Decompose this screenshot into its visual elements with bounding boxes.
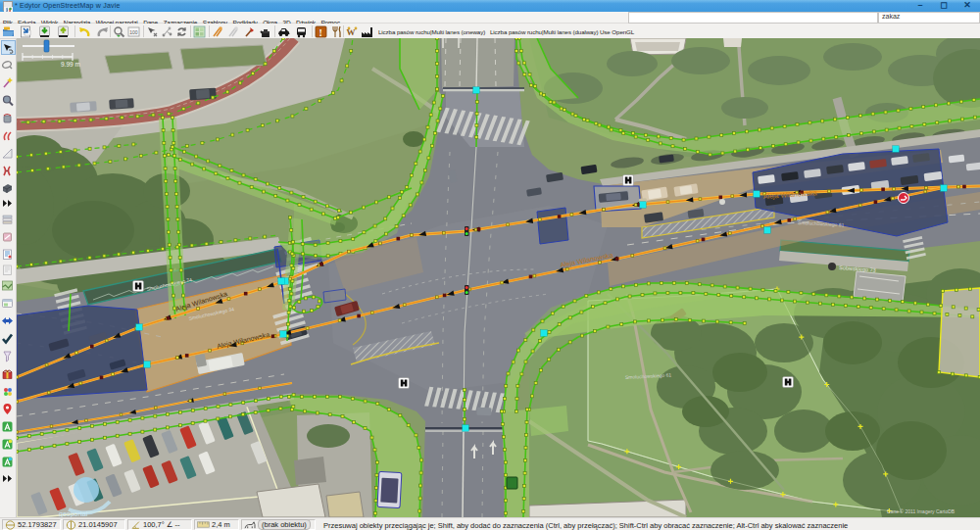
svg-text:geoportal: geoportal: [59, 510, 88, 517]
svg-text:100: 100: [129, 29, 138, 35]
svg-text:Dane © 2011 Imagery CartoDB: Dane © 2011 Imagery CartoDB: [887, 508, 956, 514]
svg-text:9.99 m: 9.99 m: [61, 61, 80, 68]
svg-text:!: !: [319, 27, 322, 38]
